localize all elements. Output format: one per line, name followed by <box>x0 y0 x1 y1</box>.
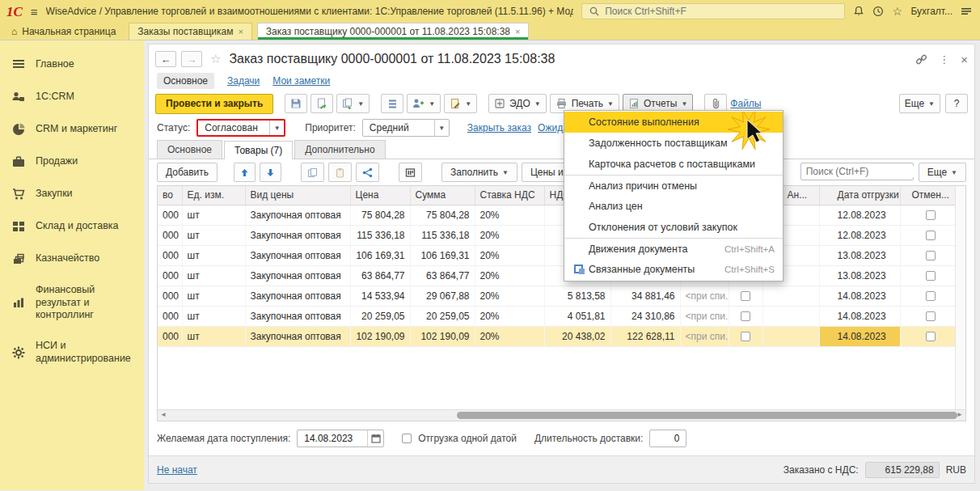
cell-price[interactable]: 102 190,09 <box>350 326 410 346</box>
tab-home[interactable]: ⌂ Начальная страница <box>3 23 124 40</box>
cell-qty[interactable]: 000 <box>158 326 182 346</box>
move-up-button[interactable] <box>234 163 256 182</box>
share-button[interactable] <box>356 163 379 182</box>
doc-tab-main[interactable]: Основное <box>157 140 222 159</box>
cell-vat-rate[interactable]: 20% <box>475 265 544 286</box>
cancel-checkbox[interactable] <box>926 291 936 301</box>
cell-unit[interactable]: шт <box>182 205 245 225</box>
kebab-menu-icon[interactable]: ⋮ <box>939 53 949 66</box>
help-button[interactable]: ? <box>945 94 968 113</box>
cell-unit[interactable]: шт <box>182 326 245 346</box>
sidebar-item-nsi-admin[interactable]: НСИ и администрирование <box>0 331 144 374</box>
col-qty[interactable]: во <box>158 186 182 205</box>
seat-map-button[interactable] <box>399 163 422 182</box>
cell-note[interactable]: <при спи... <box>680 286 729 306</box>
reports-menu-item[interactable]: Анализ причин отмены <box>564 175 783 196</box>
cell-sum[interactable]: 115 336,18 <box>410 225 475 245</box>
close-document-icon[interactable]: × <box>961 53 968 66</box>
cell-sum[interactable]: 75 804,28 <box>410 205 475 225</box>
cell-sum[interactable]: 106 169,31 <box>410 245 475 265</box>
reports-menu-item[interactable]: Анализ цен <box>564 196 783 217</box>
execution-status-link[interactable]: Не начат <box>157 464 197 476</box>
cell-unit[interactable]: шт <box>182 225 245 245</box>
horizontal-scrollbar[interactable]: ◄ ► <box>158 409 965 421</box>
desired-date-input-wrap[interactable] <box>297 430 384 447</box>
get-link-icon[interactable] <box>915 53 927 66</box>
vertical-scrollbar[interactable] <box>955 186 965 409</box>
sidebar-item-purchases[interactable]: Закупки <box>0 178 144 210</box>
copy-row-button[interactable] <box>301 163 324 182</box>
cancel-checkbox[interactable] <box>926 231 936 240</box>
cell-qty[interactable]: 000 <box>158 205 182 225</box>
cancel-checkbox[interactable] <box>926 332 936 341</box>
chevron-down-icon[interactable]: ▼ <box>434 120 449 136</box>
cell-cancelled[interactable] <box>900 225 961 245</box>
table-row[interactable]: 000 шт Закупочная оптовая 106 169,31 106… <box>158 245 961 265</box>
cell-qty[interactable]: 000 <box>158 265 182 286</box>
cell-price[interactable]: 14 533,94 <box>350 286 410 306</box>
row-checkbox[interactable] <box>741 332 750 341</box>
col-cancelled[interactable]: Отмен... <box>900 186 961 205</box>
calendar-icon[interactable] <box>367 430 383 447</box>
cell-sum[interactable]: 63 864,77 <box>410 265 475 286</box>
cell-vat-rate[interactable]: 20% <box>475 306 544 326</box>
table-row[interactable]: 000 шт Закупочная оптовая 102 190,09 102… <box>158 326 961 346</box>
col-price[interactable]: Цена <box>350 186 410 205</box>
cell-note[interactable]: <при спи... <box>680 306 729 326</box>
table-row[interactable]: 000 шт Закупочная оптовая 63 864,77 63 8… <box>158 265 961 286</box>
post-button[interactable] <box>310 94 333 113</box>
cell-unit[interactable]: шт <box>182 306 245 326</box>
cell-ship-date[interactable]: 13.08.2023 <box>819 265 900 286</box>
delivery-duration-input[interactable] <box>650 433 686 444</box>
scroll-left-icon[interactable]: ◄ <box>160 411 167 418</box>
cell-price-type[interactable]: Закупочная оптовая <box>245 205 350 225</box>
col-vat-rate[interactable]: Ставка НДС <box>475 186 544 205</box>
cell-qty[interactable]: 000 <box>158 306 182 326</box>
cell-price[interactable]: 63 864,77 <box>350 265 410 286</box>
table-row[interactable]: 000 шт Закупочная оптовая 115 336,18 115… <box>158 225 961 245</box>
edo-button[interactable]: ЭДО▼ <box>488 94 547 113</box>
doc-tab-extra[interactable]: Дополнительно <box>294 140 385 159</box>
row-checkbox[interactable] <box>741 291 750 301</box>
delivery-duration-wrap[interactable] <box>649 430 686 447</box>
status-combo[interactable]: Согласован ▼ <box>196 119 285 137</box>
cell-cancelled[interactable] <box>900 326 961 346</box>
cell-qty[interactable]: 000 <box>158 225 182 245</box>
cell-vat[interactable]: 20 438,02 <box>544 326 610 346</box>
cell-vat-rate[interactable]: 20% <box>475 326 544 346</box>
main-menu-icon[interactable]: ≡ <box>31 5 38 19</box>
sidebar-item-1c-crm[interactable]: 1С:CRM <box>0 81 144 113</box>
cell-sum[interactable]: 29 067,88 <box>410 286 475 306</box>
favorite-star-icon[interactable]: ☆ <box>210 52 221 66</box>
cell-vat-rate[interactable]: 20% <box>475 225 544 245</box>
col-sum[interactable]: Сумма <box>410 186 475 205</box>
cell-ship-date[interactable]: 13.08.2023 <box>819 245 900 265</box>
cell-price-type[interactable]: Закупочная оптовая <box>245 245 350 265</box>
cell-cancelled[interactable] <box>900 306 961 326</box>
nav-main[interactable]: Основное <box>157 73 214 89</box>
cell-unit[interactable]: шт <box>182 286 245 306</box>
add-row-button[interactable]: Добавить <box>157 163 218 182</box>
cell-price[interactable]: 115 336,18 <box>350 225 410 245</box>
cell-vat-rate[interactable]: 20% <box>475 245 544 265</box>
reports-menu-item[interactable]: Отклонения от условий закупок <box>564 217 783 238</box>
cell-total[interactable]: 34 881,46 <box>610 286 680 306</box>
sidebar-item-crm-marketing[interactable]: CRM и маркетинг <box>0 113 144 146</box>
cell-vat[interactable]: 4 051,81 <box>544 306 610 326</box>
table-search-input[interactable] <box>801 166 936 177</box>
priority-combo[interactable]: Средний ▼ <box>362 119 450 137</box>
files-link[interactable]: Файлы <box>730 98 761 109</box>
reports-menu-item[interactable]: Карточка расчетов с поставщиками <box>564 154 783 175</box>
reports-menu-item[interactable]: Связанные документы Ctrl+Shift+S <box>564 259 783 280</box>
paste-row-button[interactable] <box>328 163 352 182</box>
post-and-close-button[interactable]: Провести и закрыть <box>155 94 273 114</box>
service-menu-icon[interactable] <box>961 4 972 19</box>
cell-price-type[interactable]: Закупочная оптовая <box>245 326 350 346</box>
cell-analysis[interactable] <box>762 326 819 346</box>
scrollbar-thumb[interactable] <box>457 412 957 419</box>
close-tab-icon[interactable]: × <box>515 27 520 36</box>
nav-notes[interactable]: Мои заметки <box>272 75 330 87</box>
cell-total[interactable]: 122 628,11 <box>610 326 680 346</box>
sidebar-item-warehouse[interactable]: Склад и доставка <box>0 210 144 243</box>
cell-vat-rate[interactable]: 20% <box>475 286 544 306</box>
